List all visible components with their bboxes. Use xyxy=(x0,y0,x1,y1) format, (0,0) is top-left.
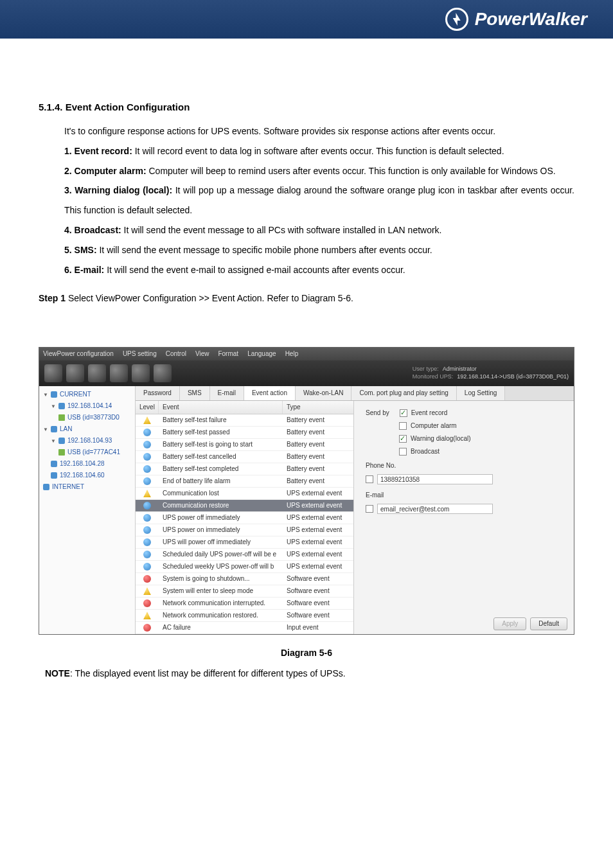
level-info-icon xyxy=(143,526,151,534)
menu-ups-setting[interactable]: UPS setting xyxy=(123,350,157,359)
event-name: System is going to shutdown... xyxy=(159,573,283,585)
event-type: UPS external event xyxy=(283,488,353,499)
menu-bar: ViewPower configuration UPS setting Cont… xyxy=(39,348,574,360)
event-name: Battery self-test is going to start xyxy=(159,439,283,450)
toolbar-icon-5[interactable] xyxy=(132,364,150,382)
device-tree: ▼CURRENT ▼192.168.104.14 USB (id=38773D0… xyxy=(39,386,136,634)
tab-password[interactable]: Password xyxy=(136,386,180,400)
tree-usb-1[interactable]: USB (id=38773D0 xyxy=(39,412,135,423)
checkbox-event-record[interactable] xyxy=(400,409,407,417)
checkbox-computer-alarm[interactable] xyxy=(399,422,407,430)
level-info-icon xyxy=(143,514,151,522)
event-row[interactable]: System will enter to sleep mode Software… xyxy=(136,585,353,598)
level-info-icon xyxy=(143,441,151,448)
checkbox-broadcast[interactable] xyxy=(399,448,407,456)
event-name: Scheduled daily UPS power-off will be e xyxy=(159,549,283,560)
event-type: Battery event xyxy=(283,475,353,487)
tab-event-action[interactable]: Event action xyxy=(244,386,296,400)
document-content: 5.1.4. Event Action Configuration It's t… xyxy=(0,39,613,334)
phone-input[interactable]: 13889210358 xyxy=(377,474,493,484)
level-info-icon xyxy=(143,429,151,436)
menu-view[interactable]: View xyxy=(195,350,209,359)
top-banner: PowerWalker xyxy=(0,0,613,39)
tree-ip-2[interactable]: ▼192.168.104.93 xyxy=(39,435,135,447)
event-row[interactable]: UPS power off immediately UPS external e… xyxy=(136,512,353,524)
menu-control[interactable]: Control xyxy=(166,350,186,359)
email-input[interactable]: email_reciver@test.com xyxy=(377,504,493,514)
event-type: Software event xyxy=(283,585,353,597)
event-name: End of battery life alarm xyxy=(159,475,283,487)
feature-item-6: 6. E-mail: It will send the event e-mail… xyxy=(64,260,574,280)
event-type: Battery event xyxy=(283,414,353,426)
event-row[interactable]: End of battery life alarm Battery event xyxy=(136,475,353,488)
tree-lan[interactable]: ▼LAN xyxy=(39,423,135,435)
toolbar-icon-3[interactable] xyxy=(88,364,106,382)
event-row[interactable]: System is going to shutdown... Software … xyxy=(136,573,353,585)
tab-com-port[interactable]: Com. port plug and play setting xyxy=(351,386,456,400)
event-name: Network communication interrupted. xyxy=(159,598,283,609)
toolbar-icon-4[interactable] xyxy=(110,364,128,382)
tab-bar: Password SMS E-mail Event action Wake-on… xyxy=(136,386,574,401)
tree-ip-4[interactable]: 192.168.104.60 xyxy=(39,470,135,481)
brand-text: PowerWalker xyxy=(475,9,587,30)
menu-language[interactable]: Language xyxy=(247,350,276,359)
event-row[interactable]: Battery self-test passed Battery event xyxy=(136,427,353,439)
level-info-icon xyxy=(143,563,151,571)
event-name: AC failure xyxy=(159,622,283,633)
tree-ip-1[interactable]: ▼192.168.104.14 xyxy=(39,400,135,412)
event-row[interactable]: UPS will power off immediately UPS exter… xyxy=(136,536,353,549)
default-button[interactable]: Default xyxy=(530,617,567,630)
tree-usb-2[interactable]: USB (id=777AC41 xyxy=(39,447,135,458)
event-row[interactable]: Communication lost UPS external event xyxy=(136,488,353,500)
event-row[interactable]: Communication restore UPS external event xyxy=(136,500,353,512)
toolbar-icon-6[interactable] xyxy=(154,364,172,382)
checkbox-email[interactable] xyxy=(366,505,373,513)
event-name: Network communication restored. xyxy=(159,610,283,621)
menu-viewpower[interactable]: ViewPower configuration xyxy=(43,350,114,359)
tab-email[interactable]: E-mail xyxy=(210,386,244,400)
event-type: Battery event xyxy=(283,451,353,463)
email-label: E-mail xyxy=(366,491,384,500)
event-list: Level Event Type Battery self-test failu… xyxy=(136,401,354,634)
toolbar: User type:Administrator Monitored UPS:19… xyxy=(39,360,574,386)
event-type: Software event xyxy=(283,598,353,609)
tab-log[interactable]: Log Setting xyxy=(457,386,506,400)
tab-wol[interactable]: Wake-on-LAN xyxy=(296,386,351,400)
event-row[interactable]: Scheduled weekly UPS power-off will b UP… xyxy=(136,561,353,573)
event-type: UPS external event xyxy=(283,549,353,560)
event-type: UPS external event xyxy=(283,561,353,572)
level-info-icon xyxy=(143,477,151,485)
event-row[interactable]: Network communication restored. Software… xyxy=(136,610,353,622)
toolbar-icon-1[interactable] xyxy=(44,364,62,382)
event-row[interactable]: Battery self-test is going to start Batt… xyxy=(136,439,353,451)
checkbox-warning-dialog[interactable] xyxy=(399,435,407,443)
feature-item-5: 5. SMS: It will send the event message t… xyxy=(64,240,574,260)
event-row[interactable]: Battery self-test cancelled Battery even… xyxy=(136,451,353,463)
event-type: UPS external event xyxy=(283,512,353,524)
event-row[interactable]: Battery self-test completed Battery even… xyxy=(136,463,353,475)
event-name: Battery self-test completed xyxy=(159,463,283,475)
brand-logo: PowerWalker xyxy=(445,8,587,31)
tree-ip-3[interactable]: 192.168.104.28 xyxy=(39,458,135,470)
apply-button[interactable]: Apply xyxy=(493,617,526,630)
event-name: Communication restore xyxy=(159,500,283,511)
toolbar-icon-2[interactable] xyxy=(66,364,84,382)
diagram-caption: Diagram 5-6 xyxy=(0,648,613,658)
feature-item-2: 2. Computer alarm: Computer will beep to… xyxy=(64,161,574,181)
tab-sms[interactable]: SMS xyxy=(180,386,210,400)
level-warn-icon xyxy=(143,587,151,595)
event-row[interactable]: Network communication interrupted. Softw… xyxy=(136,598,353,610)
event-row[interactable]: Scheduled daily UPS power-off will be e … xyxy=(136,549,353,561)
menu-format[interactable]: Format xyxy=(218,350,238,359)
event-name: System will enter to sleep mode xyxy=(159,585,283,597)
event-row[interactable]: AC failure Input event xyxy=(136,622,353,634)
event-row[interactable]: Battery self-test failure Battery event xyxy=(136,414,353,427)
menu-help[interactable]: Help xyxy=(285,350,299,359)
level-err-icon xyxy=(143,624,151,632)
tree-internet[interactable]: INTERNET xyxy=(39,481,135,493)
event-type: Software event xyxy=(283,610,353,621)
event-type: UPS external event xyxy=(283,500,353,511)
checkbox-phone[interactable] xyxy=(366,475,373,483)
event-row[interactable]: UPS power on immediately UPS external ev… xyxy=(136,524,353,536)
tree-current[interactable]: ▼CURRENT xyxy=(39,389,135,400)
